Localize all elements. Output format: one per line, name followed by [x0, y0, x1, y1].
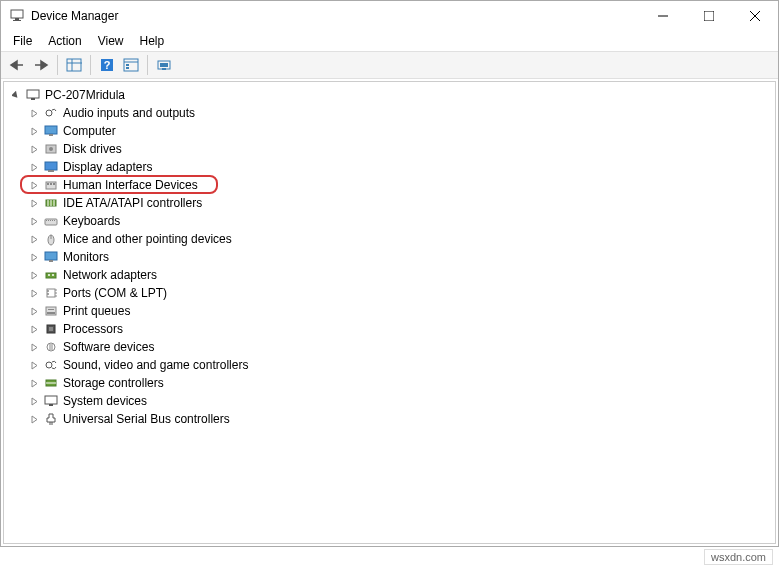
tree-node[interactable]: Human Interface Devices	[6, 176, 773, 194]
expand-icon[interactable]	[28, 215, 40, 227]
svg-rect-15	[126, 67, 129, 69]
svg-rect-40	[52, 220, 53, 221]
expand-icon[interactable]	[28, 125, 40, 137]
svg-point-21	[46, 110, 52, 116]
device-category-icon	[43, 393, 59, 409]
tree-node[interactable]: Computer	[6, 122, 773, 140]
expand-icon[interactable]	[28, 395, 40, 407]
collapse-icon[interactable]	[10, 89, 22, 101]
svg-rect-23	[49, 134, 53, 136]
expand-icon[interactable]	[28, 323, 40, 335]
expand-icon[interactable]	[28, 305, 40, 317]
tree-node[interactable]: IDE ATA/ATAPI controllers	[6, 194, 773, 212]
close-button[interactable]	[732, 1, 778, 31]
tree-node[interactable]: System devices	[6, 392, 773, 410]
expand-icon[interactable]	[28, 161, 40, 173]
expand-icon[interactable]	[28, 287, 40, 299]
svg-point-51	[47, 293, 49, 295]
maximize-button[interactable]	[686, 1, 732, 31]
tree-node[interactable]: Display adapters	[6, 158, 773, 176]
toolbar: ?	[1, 51, 778, 79]
expand-icon[interactable]	[28, 359, 40, 371]
tree-root-node[interactable]: PC-207Mridula	[6, 86, 773, 104]
tree-node[interactable]: Print queues	[6, 302, 773, 320]
tree-node[interactable]: Audio inputs and outputs	[6, 104, 773, 122]
tree-node-label: System devices	[63, 394, 147, 408]
help-button[interactable]: ?	[95, 53, 119, 77]
tree-node[interactable]: Storage controllers	[6, 374, 773, 392]
tree-node[interactable]: Sound, video and game controllers	[6, 356, 773, 374]
tree-node-label: Ports (COM & LPT)	[63, 286, 167, 300]
menu-view[interactable]: View	[90, 32, 132, 50]
expand-icon[interactable]	[28, 251, 40, 263]
titlebar: Device Manager	[1, 1, 778, 31]
tree-node-label: Sound, video and game controllers	[63, 358, 248, 372]
tree-node[interactable]: Software devices	[6, 338, 773, 356]
svg-rect-29	[47, 183, 49, 185]
device-category-icon	[43, 285, 59, 301]
svg-rect-39	[50, 220, 51, 221]
svg-rect-59	[49, 327, 53, 331]
svg-point-47	[48, 274, 50, 276]
show-hide-tree-button[interactable]	[62, 53, 86, 77]
expand-icon[interactable]	[28, 269, 40, 281]
svg-rect-0	[11, 10, 23, 18]
svg-rect-27	[48, 170, 54, 172]
device-category-icon	[43, 339, 59, 355]
tree-node[interactable]: Monitors	[6, 248, 773, 266]
svg-rect-1	[15, 18, 19, 20]
expand-icon[interactable]	[28, 341, 40, 353]
expand-icon[interactable]	[28, 143, 40, 155]
back-button[interactable]	[5, 53, 29, 77]
device-category-icon	[43, 267, 59, 283]
tree-node-label: Monitors	[63, 250, 109, 264]
tree-node-label: Computer	[63, 124, 116, 138]
tree-node[interactable]: Mice and other pointing devices	[6, 230, 773, 248]
tree-node-label: Processors	[63, 322, 123, 336]
tree-node-label: Universal Serial Bus controllers	[63, 412, 230, 426]
device-category-icon	[43, 303, 59, 319]
window-title: Device Manager	[31, 9, 640, 23]
tree-node-label: Storage controllers	[63, 376, 164, 390]
svg-point-48	[52, 274, 54, 276]
tree-node[interactable]: Keyboards	[6, 212, 773, 230]
watermark: wsxdn.com	[704, 549, 773, 565]
tree-node-label: Human Interface Devices	[63, 178, 198, 192]
tree-node[interactable]: Processors	[6, 320, 773, 338]
menu-action[interactable]: Action	[40, 32, 89, 50]
menu-file[interactable]: File	[5, 32, 40, 50]
device-category-icon	[43, 159, 59, 175]
svg-point-50	[47, 290, 49, 292]
menu-help[interactable]: Help	[132, 32, 173, 50]
svg-rect-31	[53, 183, 55, 185]
scan-hardware-button[interactable]	[152, 53, 176, 77]
tree-node[interactable]: Network adapters	[6, 266, 773, 284]
expand-icon[interactable]	[28, 107, 40, 119]
tree-node[interactable]: Universal Serial Bus controllers	[6, 410, 773, 428]
device-category-icon	[43, 177, 59, 193]
expand-icon[interactable]	[28, 197, 40, 209]
svg-rect-7	[67, 59, 81, 71]
svg-rect-44	[45, 252, 57, 260]
tree-node[interactable]: Disk drives	[6, 140, 773, 158]
device-category-icon	[43, 411, 59, 427]
expand-icon[interactable]	[28, 179, 40, 191]
minimize-button[interactable]	[640, 1, 686, 31]
svg-rect-36	[45, 219, 57, 225]
svg-rect-17	[160, 63, 168, 67]
properties-button[interactable]	[119, 53, 143, 77]
forward-button[interactable]	[29, 53, 53, 77]
svg-rect-22	[45, 126, 57, 134]
tree-node-label: IDE ATA/ATAPI controllers	[63, 196, 202, 210]
svg-rect-37	[46, 220, 47, 221]
app-icon	[9, 8, 25, 24]
toolbar-separator	[147, 55, 148, 75]
tree-node[interactable]: Ports (COM & LPT)	[6, 284, 773, 302]
svg-rect-38	[48, 220, 49, 221]
tree-node-label: Print queues	[63, 304, 130, 318]
device-tree[interactable]: PC-207Mridula Audio inputs and outputsCo…	[3, 81, 776, 544]
expand-icon[interactable]	[28, 413, 40, 425]
svg-rect-19	[27, 90, 39, 98]
expand-icon[interactable]	[28, 377, 40, 389]
expand-icon[interactable]	[28, 233, 40, 245]
